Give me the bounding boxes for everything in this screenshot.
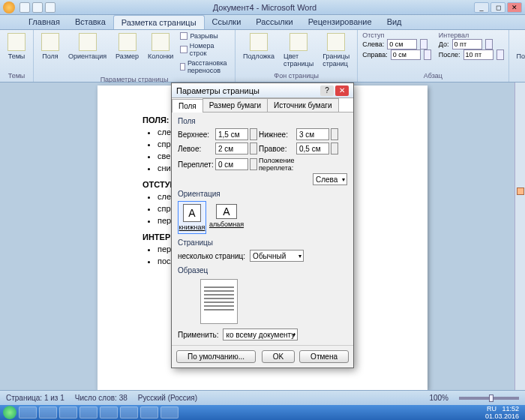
window-title: Документ4 - Microsoft Word	[56, 3, 474, 12]
qat-save-icon[interactable]	[20, 2, 30, 13]
office-button[interactable]	[3, 2, 15, 14]
tab-insert[interactable]: Вставка	[68, 15, 113, 29]
indent-left-spinner[interactable]	[420, 39, 428, 50]
taskbar-app-icon[interactable]	[160, 406, 178, 418]
multi-pages-select[interactable]: Обычный	[250, 250, 304, 262]
taskbar-firefox-icon[interactable]	[59, 406, 77, 418]
dialog-titlebar[interactable]: Параметры страницы ? ✕	[172, 83, 353, 98]
window-controls: _ ◻ ✕	[474, 2, 522, 13]
page-color-button[interactable]: Цвет страницы	[280, 32, 316, 69]
dialog-tab-fields[interactable]: Поля	[172, 99, 203, 112]
breaks-button[interactable]: Разрывы	[179, 32, 230, 40]
dialog-help-button[interactable]: ?	[320, 86, 334, 96]
position-button[interactable]: Положение	[514, 32, 525, 62]
orientation-button[interactable]: Ориентация	[65, 32, 110, 62]
scrollbar-thumb[interactable]	[517, 188, 524, 195]
tab-references[interactable]: Ссылки	[205, 15, 249, 29]
qat-undo-icon[interactable]	[32, 2, 43, 13]
landscape-button[interactable]: A альбомная	[212, 201, 241, 234]
columns-label: Колонки	[148, 52, 173, 60]
page-borders-button[interactable]: Границы страниц	[320, 32, 352, 69]
tab-review[interactable]: Рецензирование	[301, 15, 380, 29]
dialog-close-button[interactable]: ✕	[335, 86, 349, 96]
taskbar-ie-icon[interactable]	[19, 406, 37, 418]
tab-view[interactable]: Вид	[380, 15, 410, 29]
close-button[interactable]: ✕	[507, 2, 522, 13]
left-margin-spinner[interactable]	[250, 142, 257, 154]
hyphenation-button[interactable]: Расстановка переносов	[179, 58, 230, 75]
bottom-margin-spinner[interactable]	[331, 128, 338, 140]
themes-button[interactable]: Темы	[4, 32, 28, 62]
spacing-after-spinner[interactable]	[496, 50, 504, 60]
default-button[interactable]: По умолчанию...	[176, 350, 256, 363]
group-arrange: Положение На передний план На задний пла…	[509, 30, 525, 82]
start-button[interactable]	[3, 406, 16, 419]
gutter-input[interactable]: 0 см	[215, 158, 248, 170]
line-numbers-button[interactable]: Номера строк	[179, 41, 230, 58]
tray-lang[interactable]: RU	[487, 405, 496, 412]
gutter-pos-select[interactable]: Слева	[313, 173, 347, 185]
taskbar-word-icon[interactable]	[120, 406, 138, 418]
portrait-button[interactable]: A книжная	[178, 201, 206, 234]
indent-right-spinner[interactable]	[424, 50, 431, 60]
taskbar: RU 11:52 01.03.2016	[0, 405, 525, 420]
margins-button[interactable]: Поля	[38, 32, 62, 62]
restore-button[interactable]: ◻	[490, 2, 506, 13]
right-margin-spinner[interactable]	[331, 142, 338, 154]
size-button[interactable]: Размер	[112, 32, 142, 62]
page-color-icon	[290, 33, 308, 51]
minimize-button[interactable]: _	[474, 2, 489, 13]
page-borders-icon	[327, 33, 345, 51]
spacing-before-label: До:	[439, 40, 449, 48]
system-tray[interactable]: RU 11:52 01.03.2016	[485, 405, 522, 420]
breaks-icon	[180, 32, 188, 40]
dialog-tabs: Поля Размер бумаги Источник бумаги	[172, 98, 353, 112]
spacing-after-input[interactable]: 10 пт	[464, 50, 494, 60]
status-bar: Страница: 1 из 1 Число слов: 38 Русский …	[0, 390, 525, 405]
dialog-title: Параметры страницы	[176, 86, 320, 95]
dialog-tab-source[interactable]: Источник бумаги	[267, 98, 339, 112]
taskbar-chrome2-icon[interactable]	[140, 406, 158, 418]
position-label: Положение	[517, 52, 525, 60]
spacing-before-spinner[interactable]	[485, 39, 493, 50]
status-lang[interactable]: Русский (Россия)	[138, 394, 197, 402]
group-themes: Темы Темы	[0, 30, 34, 82]
themes-icon	[8, 33, 26, 51]
top-margin-spinner[interactable]	[250, 128, 257, 140]
tab-page-layout[interactable]: Разметка страницы	[113, 15, 205, 29]
status-page[interactable]: Страница: 1 из 1	[6, 394, 64, 402]
cancel-button[interactable]: Отмена	[299, 350, 349, 363]
qat-redo-icon[interactable]	[45, 2, 56, 13]
ok-button[interactable]: OK	[262, 350, 295, 363]
zoom-thumb[interactable]	[489, 394, 494, 402]
group-page-background: Подложка Цвет страницы Границы страниц Ф…	[236, 30, 358, 82]
indent-right-input[interactable]: 0 см	[391, 50, 421, 60]
status-zoom[interactable]: 100%	[429, 394, 448, 402]
watermark-button[interactable]: Подложка	[240, 32, 278, 62]
taskbar-notepad-icon[interactable]	[100, 406, 118, 418]
top-margin-input[interactable]: 1,5 см	[215, 128, 248, 140]
tab-home[interactable]: Главная	[21, 15, 68, 29]
portrait-icon: A	[183, 204, 201, 222]
columns-icon	[152, 33, 170, 51]
zoom-slider[interactable]	[459, 397, 519, 400]
vertical-scrollbar[interactable]	[514, 82, 525, 390]
indent-left-input[interactable]: 0 см	[387, 39, 417, 50]
left-margin-input[interactable]: 2 см	[215, 142, 248, 154]
spacing-before-input[interactable]: 0 пт	[452, 39, 482, 50]
right-margin-input[interactable]: 0,5 см	[296, 142, 329, 154]
apply-to-select[interactable]: ко всему документу	[223, 328, 298, 340]
indent-right-label: Справа:	[362, 51, 388, 58]
themes-label: Темы	[8, 52, 26, 60]
tab-mailings[interactable]: Рассылки	[248, 15, 300, 29]
orientation-icon	[79, 33, 97, 51]
taskbar-chrome-icon[interactable]	[80, 406, 98, 418]
section-fields-title: Поля	[178, 117, 347, 125]
hyphenation-icon	[180, 63, 185, 70]
bottom-margin-input[interactable]: 3 см	[296, 128, 329, 140]
taskbar-explorer-icon[interactable]	[39, 406, 57, 418]
status-words[interactable]: Число слов: 38	[75, 394, 128, 402]
columns-button[interactable]: Колонки	[145, 32, 176, 62]
dialog-tab-paper[interactable]: Размер бумаги	[202, 98, 268, 112]
gutter-spinner[interactable]	[250, 158, 257, 170]
